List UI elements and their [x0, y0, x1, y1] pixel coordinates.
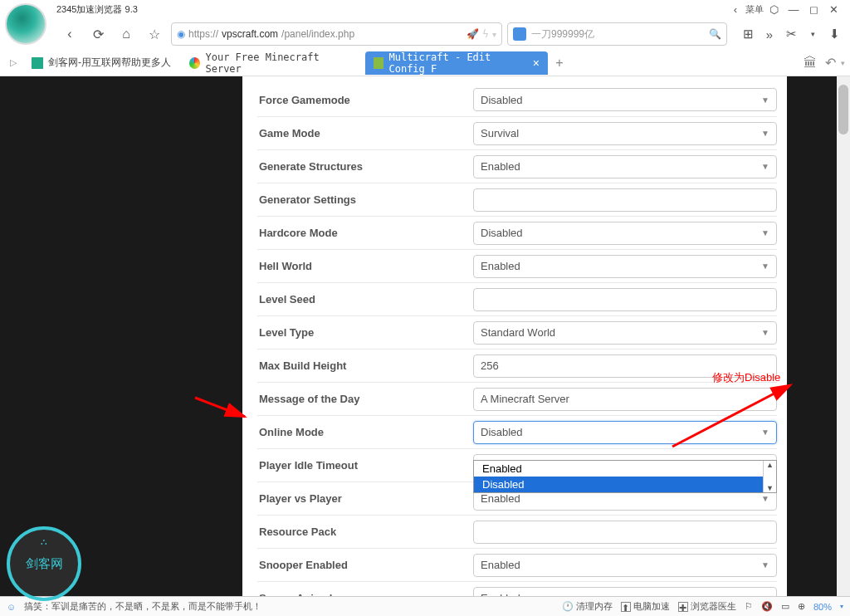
status-speed[interactable]: ⬆电脑加速 [621, 600, 670, 613]
url-input[interactable]: ◉ https://vpscraft.com/panel/index.php 🚀… [171, 22, 502, 46]
form-row-3: Generator Settings [257, 183, 777, 216]
select-level-type[interactable]: Standard World▼ [473, 321, 777, 345]
dark-panel-left [10, 76, 242, 596]
favicon-1 [32, 57, 43, 69]
input-resource-pack[interactable] [473, 521, 777, 544]
tabbar: ▷ 剑客网-用互联网帮助更多人 Your Free Minecraft Serv… [0, 50, 850, 76]
flash-icon[interactable]: ϟ [482, 28, 489, 40]
restore-icon[interactable]: 🏛 [801, 56, 819, 71]
skin-icon[interactable]: ⬡ [764, 3, 784, 16]
form-row-6: Level Seed [257, 282, 777, 315]
form-label: Hardcore Mode [257, 227, 473, 239]
select-game-mode[interactable]: Survival▼ [473, 122, 777, 145]
titlebar: 2345加速浏览器 9.3 ‹ 菜单 ⬡ — ◻ ✕ [0, 0, 850, 18]
form-row-4: Hardcore ModeDisabled▼ [257, 216, 777, 249]
back-small-icon[interactable]: ‹ [725, 3, 745, 16]
dark-panel-right [787, 76, 837, 596]
form-label: Level Seed [257, 293, 473, 306]
monitor-icon[interactable]: ▭ [781, 601, 789, 612]
form-label: Max Build Height [257, 359, 473, 372]
apps-icon[interactable]: ⊞ [739, 25, 757, 43]
form-row-13: Resource Pack [257, 515, 777, 548]
form-label: Player vs Player [257, 492, 473, 505]
menu-button[interactable]: 菜单 [745, 3, 764, 16]
content-area: Force GamemodeDisabled▼Game ModeSurvival… [0, 76, 850, 596]
minimize-icon[interactable]: — [784, 3, 804, 16]
select-snooper-enabled[interactable]: Enabled▼ [473, 554, 777, 577]
form-row-2: Generate StructuresEnabled▼ [257, 149, 777, 183]
form-label: Online Mode [257, 426, 473, 438]
annotation-text: 修改为Disable [712, 370, 780, 385]
sound-icon[interactable]: 🔇 [761, 601, 773, 612]
dropdown-icon[interactable]: ▾ [492, 30, 496, 39]
form-row-0: Force GamemodeDisabled▼ [257, 83, 777, 116]
input-level-seed[interactable] [473, 288, 777, 311]
main-panel: Force GamemodeDisabled▼Game ModeSurvival… [242, 76, 787, 596]
search-input[interactable]: 一刀999999亿 🔍 [507, 22, 727, 46]
select-online-mode[interactable]: Disabled▼ [473, 421, 777, 444]
user-avatar[interactable] [5, 3, 46, 45]
favicon-3 [374, 57, 383, 69]
form-row-10: Online ModeDisabled▼ [257, 415, 777, 448]
scrollbar[interactable] [837, 76, 850, 596]
form-label: Snooper Enabled [257, 559, 473, 571]
favorite-button[interactable]: ☆ [143, 22, 166, 46]
joke-text: 搞笑：军训是痛苦的，不是晒，不是累，而是不能带手机！ [24, 600, 261, 613]
expand-icon[interactable]: ▾ [804, 25, 822, 43]
tab-1[interactable]: 剑客网-用互联网帮助更多人 [23, 51, 179, 75]
select-hell-world[interactable]: Enabled▼ [473, 255, 777, 278]
home-button[interactable]: ⌂ [115, 22, 138, 46]
search-engine-icon [513, 27, 526, 41]
tab-2[interactable]: Your Free Minecraft Server [181, 51, 364, 75]
search-icon[interactable]: 🔍 [709, 28, 721, 40]
input-message-of-the-day[interactable]: A Minecraft Server [473, 388, 777, 411]
smile-icon[interactable]: ☺ [7, 602, 16, 612]
left-edge [0, 76, 10, 596]
status-doctor[interactable]: ✚浏览器医生 [678, 600, 736, 613]
form-label: Message of the Day [257, 393, 473, 405]
new-tab-button[interactable]: + [550, 56, 569, 71]
form-label: Hell World [257, 260, 473, 272]
back-button[interactable]: ‹ [58, 22, 81, 46]
input-generator-settings[interactable] [473, 188, 777, 212]
toolbar: ‹ ⟳ ⌂ ☆ ◉ https://vpscraft.com/panel/ind… [0, 18, 850, 50]
form-label: Force Gamemode [257, 94, 473, 106]
form-label: Level Type [257, 326, 473, 339]
select-force-gamemode[interactable]: Disabled▼ [473, 88, 777, 111]
form-label: Generator Settings [257, 193, 473, 206]
shield-icon: ◉ [177, 28, 185, 40]
maximize-icon[interactable]: ◻ [804, 3, 823, 16]
reload-button[interactable]: ⟳ [86, 22, 110, 46]
form-row-5: Hell WorldEnabled▼ [257, 249, 777, 282]
flag-icon[interactable]: ⚐ [745, 601, 753, 612]
watermark: ∴ 剑客网 [7, 526, 81, 601]
dropdown-scroll[interactable]: ▲▼ [763, 461, 776, 492]
form-row-8: Max Build Height256 [257, 349, 777, 382]
tab-expand-icon[interactable]: ▷ [5, 57, 22, 68]
online-mode-dropdown[interactable]: EnabledDisabled▲▼ [473, 460, 777, 493]
favicon-2 [189, 57, 200, 69]
form-label: Player Idle Timeout [257, 459, 473, 472]
zoom-level[interactable]: 80% [813, 602, 832, 612]
zoom-out-icon[interactable]: ⊕ [798, 601, 805, 612]
form-label: Generate Structures [257, 160, 473, 173]
form-label: Resource Pack [257, 526, 473, 538]
form-row-1: Game ModeSurvival▼ [257, 116, 777, 149]
more-icon[interactable]: » [760, 25, 779, 43]
close-tab-icon[interactable]: × [533, 56, 540, 70]
form-row-7: Level TypeStandard World▼ [257, 315, 777, 349]
status-clean[interactable]: 🕐清理内存 [562, 600, 613, 613]
rocket-icon[interactable]: 🚀 [467, 28, 479, 40]
scroll-thumb[interactable] [838, 85, 848, 134]
select-generate-structures[interactable]: Enabled▼ [473, 155, 777, 178]
close-window-icon[interactable]: ✕ [823, 3, 843, 16]
scissors-icon[interactable]: ✂ [782, 25, 800, 43]
download-icon[interactable]: ⬇ [825, 25, 843, 43]
form-row-9: Message of the DayA Minecraft Server [257, 382, 777, 415]
tab-3[interactable]: Multicraft - Edit Config F × [365, 51, 548, 75]
form-label: Game Mode [257, 127, 473, 139]
dropdown-option-disabled[interactable]: Disabled [474, 477, 763, 492]
dropdown-option-enabled[interactable]: Enabled [474, 461, 763, 477]
undo-icon[interactable]: ↶ [821, 55, 839, 71]
select-hardcore-mode[interactable]: Disabled▼ [473, 222, 777, 245]
